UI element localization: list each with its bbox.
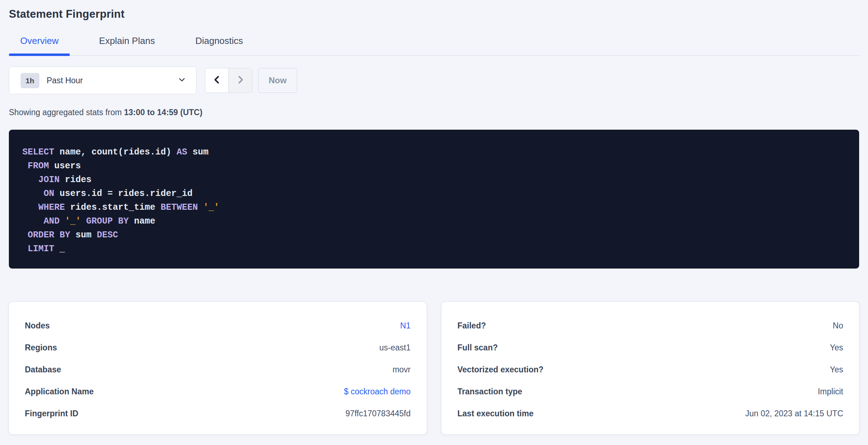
aggregated-stats-caption: Showing aggregated stats from 13:00 to 1…: [9, 108, 859, 117]
page-title: Statement Fingerprint: [9, 8, 859, 21]
summary-row: Vectorized execution?Yes: [457, 359, 843, 381]
summary-row: Databasemovr: [25, 359, 411, 381]
sql-statement-box: SELECT name, count(rides.id) AS sum FROM…: [9, 130, 859, 269]
time-range-label: Past Hour: [47, 76, 178, 85]
summary-row-value: Jun 02, 2023 at 14:15 UTC: [745, 409, 843, 418]
summary-row-value: No: [833, 321, 843, 331]
summary-row-label: Last execution time: [457, 409, 534, 418]
statement-fingerprint-page: Statement Fingerprint OverviewExplain Pl…: [0, 0, 868, 434]
stats-caption-range: 13:00 to 14:59 (UTC): [124, 108, 202, 117]
execution-attributes-card: Failed?NoFull scan?YesVectorized executi…: [441, 302, 859, 434]
summary-row-value: Implicit: [818, 387, 843, 396]
chevron-down-icon: [178, 75, 186, 85]
summary-row-value-link[interactable]: N1: [400, 321, 411, 331]
summary-row: Regionsus-east1: [25, 337, 411, 359]
summary-row: Fingerprint ID97ffc170783445fd: [25, 402, 411, 424]
stats-caption-prefix: Showing aggregated stats from: [9, 108, 124, 117]
summary-row-label: Full scan?: [457, 343, 498, 353]
summary-row: NodesN1: [25, 315, 411, 337]
summary-row: Last execution timeJun 02, 2023 at 14:15…: [457, 402, 843, 424]
summary-row-value: 97ffc170783445fd: [345, 409, 411, 418]
time-range-badge: 1h: [21, 73, 39, 88]
summary-row: Failed?No: [457, 315, 843, 337]
previous-interval-button[interactable]: [205, 68, 229, 92]
summary-row-value: movr: [393, 365, 411, 374]
chevron-right-icon: [235, 75, 245, 86]
sql-code: SELECT name, count(rides.id) AS sum FROM…: [22, 145, 845, 256]
summary-row-label: Regions: [25, 343, 57, 353]
tab-explain-plans[interactable]: Explain Plans: [88, 35, 166, 55]
tab-diagnostics[interactable]: Diagnostics: [184, 35, 254, 55]
summary-row-label: Vectorized execution?: [457, 365, 544, 374]
next-interval-button[interactable]: [229, 68, 252, 92]
summary-row-label: Transaction type: [457, 387, 522, 396]
summary-row-value-link[interactable]: $ cockroach demo: [344, 387, 411, 396]
chevron-left-icon: [212, 75, 222, 86]
tab-bar: OverviewExplain PlansDiagnostics: [9, 35, 859, 56]
time-range-dropdown[interactable]: 1h Past Hour: [9, 67, 196, 94]
summary-row-label: Failed?: [457, 321, 486, 331]
summary-row-value: Yes: [830, 343, 843, 353]
summary-row-label: Database: [25, 365, 61, 374]
summary-row-label: Nodes: [25, 321, 50, 331]
summary-row: Full scan?Yes: [457, 337, 843, 359]
tab-overview[interactable]: Overview: [9, 35, 70, 55]
summary-row-label: Application Name: [25, 387, 94, 396]
summary-row-value: us-east1: [379, 343, 411, 353]
summary-row-value: Yes: [830, 365, 843, 374]
summary-row: Application Name$ cockroach demo: [25, 381, 411, 402]
summary-row-label: Fingerprint ID: [25, 409, 78, 418]
statement-details-card: NodesN1Regionsus-east1DatabasemovrApplic…: [9, 302, 427, 434]
summary-cards: NodesN1Regionsus-east1DatabasemovrApplic…: [9, 302, 859, 434]
time-controls: 1h Past Hour Now: [9, 67, 859, 94]
time-nav-group: [205, 68, 252, 93]
now-button[interactable]: Now: [258, 68, 297, 93]
summary-row: Transaction typeImplicit: [457, 381, 843, 402]
